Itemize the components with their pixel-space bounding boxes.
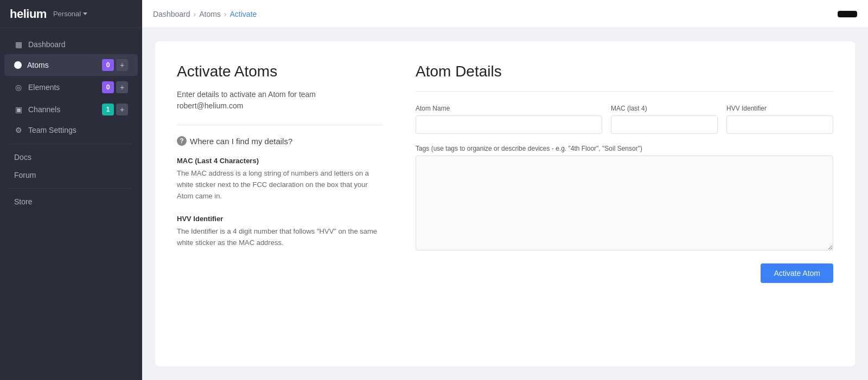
- channels-badge: 1 +: [102, 104, 128, 115]
- sidebar-item-elements[interactable]: ◎ Elements 0 +: [4, 76, 138, 98]
- breadcrumb-atoms[interactable]: Atoms: [199, 10, 221, 18]
- atom-name-input[interactable]: [416, 115, 602, 134]
- breadcrumb-dashboard[interactable]: Dashboard: [153, 10, 190, 18]
- sidebar-item-label: Channels: [28, 105, 97, 114]
- topbar: Dashboard › Atoms › Activate: [142, 0, 868, 28]
- atom-name-group: Atom Name: [416, 105, 602, 134]
- channels-add-button[interactable]: +: [116, 104, 128, 115]
- mac-detail-section: MAC (Last 4 Characters) The MAC address …: [177, 157, 383, 202]
- subtitle-line1: Enter details to activate an Atom for te…: [177, 90, 316, 99]
- app-logo: helium: [10, 7, 47, 21]
- breadcrumb-activate: Activate: [230, 10, 257, 18]
- find-details-heading: ? Where can I find my details?: [177, 136, 383, 146]
- hvv-detail-heading: HVV Identifier: [177, 215, 383, 223]
- tags-textarea[interactable]: [416, 156, 833, 250]
- mac-label: MAC (last 4): [611, 105, 718, 112]
- page-content: Activate Atoms Enter details to activate…: [142, 28, 868, 380]
- sidebar-divider-2: [10, 188, 132, 189]
- workspace-label: Personal: [53, 10, 81, 18]
- sidebar-nav: ▦ Dashboard Atoms 0 + ◎ Elements 0 + ▣ C…: [0, 28, 142, 380]
- chevron-down-icon: [83, 12, 87, 15]
- gear-icon: ⚙: [14, 126, 23, 134]
- sidebar-item-dashboard[interactable]: ▦ Dashboard: [4, 35, 138, 54]
- channels-icon: ▣: [14, 105, 23, 114]
- subtitle-line2: robert@helium.com: [177, 101, 243, 110]
- atoms-count: 0: [102, 59, 114, 71]
- channels-count: 1: [102, 104, 114, 115]
- breadcrumb-sep-1: ›: [194, 10, 196, 18]
- mac-detail-heading: MAC (Last 4 Characters): [177, 157, 383, 165]
- hvv-input[interactable]: [726, 115, 833, 134]
- hvv-detail-section: HVV Identifier The Identifier is a 4 dig…: [177, 215, 383, 249]
- left-panel: Activate Atoms Enter details to activate…: [177, 63, 383, 345]
- mac-group: MAC (last 4): [611, 105, 718, 134]
- tags-group: Tags (use tags to organize or describe d…: [416, 145, 833, 253]
- hvv-label: HVV Identifier: [726, 105, 833, 112]
- help-icon: ?: [177, 136, 187, 146]
- panel-divider: [177, 125, 383, 125]
- mac-detail-text: The MAC address is a long string of numb…: [177, 168, 383, 202]
- form-row-top: Atom Name MAC (last 4) HVV Identifier: [416, 105, 833, 134]
- sidebar-item-label: Atoms: [27, 61, 97, 69]
- mac-input[interactable]: [611, 115, 718, 134]
- main-content: Dashboard › Atoms › Activate Activate At…: [142, 0, 868, 380]
- elements-count: 0: [102, 81, 114, 93]
- atoms-badge: 0 +: [102, 59, 128, 71]
- elements-icon: ◎: [14, 83, 23, 92]
- atom-name-label: Atom Name: [416, 105, 602, 112]
- sidebar-divider: [10, 144, 132, 144]
- find-details-label: Where can I find my details?: [190, 137, 292, 146]
- form-footer: Activate Atom: [416, 263, 833, 283]
- sidebar: helium Personal ▦ Dashboard Atoms 0 + ◎ …: [0, 0, 142, 380]
- sidebar-item-label: Dashboard: [28, 40, 128, 49]
- sidebar-item-docs[interactable]: Docs: [4, 149, 138, 166]
- atoms-add-button[interactable]: +: [116, 59, 128, 71]
- right-panel: Atom Details Atom Name MAC (last 4) HVV …: [416, 63, 833, 345]
- sidebar-item-label: Team Settings: [28, 126, 128, 134]
- sidebar-item-atoms[interactable]: Atoms 0 +: [4, 54, 138, 76]
- activate-subtitle: Enter details to activate an Atom for te…: [177, 89, 383, 112]
- circle-icon: [14, 61, 22, 69]
- sidebar-item-store[interactable]: Store: [4, 193, 138, 210]
- breadcrumb: Dashboard › Atoms › Activate: [153, 10, 257, 18]
- chart-icon: ▦: [14, 40, 23, 49]
- sidebar-item-channels[interactable]: ▣ Channels 1 +: [4, 99, 138, 120]
- hvv-group: HVV Identifier: [726, 105, 833, 134]
- tags-label: Tags (use tags to organize or describe d…: [416, 145, 833, 152]
- page-title: Activate Atoms: [177, 63, 383, 80]
- breadcrumb-sep-2: ›: [224, 10, 227, 18]
- elements-add-button[interactable]: +: [116, 81, 128, 93]
- form-divider: [416, 91, 833, 92]
- sidebar-item-label: Elements: [28, 83, 97, 92]
- main-card: Activate Atoms Enter details to activate…: [155, 41, 855, 366]
- elements-badge: 0 +: [102, 81, 128, 93]
- workspace-switcher[interactable]: Personal: [53, 10, 87, 18]
- activate-atom-button[interactable]: Activate Atom: [761, 263, 833, 283]
- sidebar-item-forum[interactable]: Forum: [4, 166, 138, 184]
- sidebar-item-team-settings[interactable]: ⚙ Team Settings: [4, 121, 138, 139]
- hvv-detail-text: The Identifier is a 4 digit number that …: [177, 226, 383, 249]
- sidebar-header: helium Personal: [0, 0, 142, 28]
- topbar-action-button[interactable]: [838, 11, 857, 17]
- atom-details-title: Atom Details: [416, 63, 833, 80]
